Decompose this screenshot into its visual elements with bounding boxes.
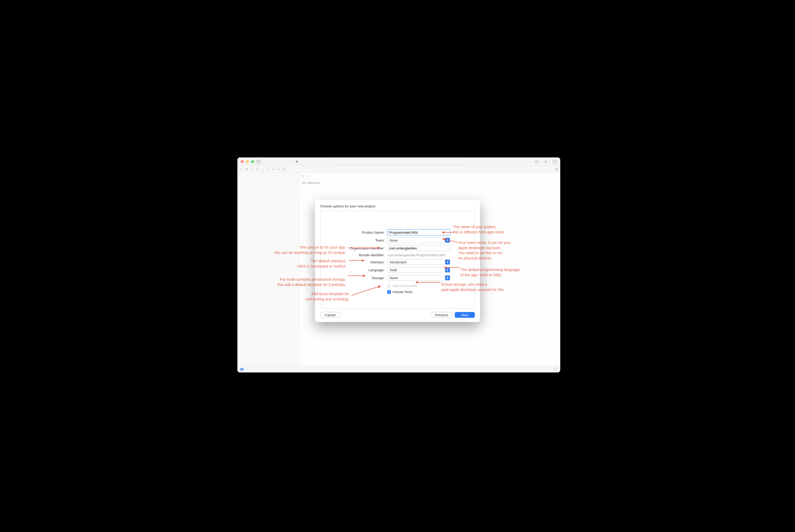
stepper-arrows-icon	[445, 260, 450, 264]
zoom-window-icon[interactable]	[251, 160, 254, 163]
storage-popup[interactable]: None	[387, 275, 450, 281]
related-items-icon[interactable]: ⊟	[302, 174, 304, 178]
cancel-button[interactable]: Cancel	[320, 312, 340, 318]
sheet-title: Choose options for your new project:	[320, 204, 475, 208]
run-button-icon[interactable]	[295, 159, 299, 164]
window-titlebar	[238, 157, 560, 166]
previous-button[interactable]: Previous	[431, 312, 452, 318]
anno-team: Your team name, it can be your apple dev…	[458, 240, 511, 261]
filter-bar	[238, 366, 560, 373]
nav-back-icon[interactable]: ‹	[306, 174, 307, 178]
anno-org-id: The unique ID for your app, this can be …	[249, 245, 346, 255]
host-cloudkit-label: Host in CloudKit	[393, 284, 417, 288]
team-label: Team:	[327, 239, 385, 242]
anno-storage: For more complex persistance storage, th…	[253, 277, 346, 287]
add-tab-icon[interactable]	[544, 159, 548, 164]
bookmark-icon[interactable]: ◻	[251, 167, 254, 171]
source-control-icon[interactable]: ⊞	[245, 167, 248, 171]
storage-value: None	[390, 276, 398, 280]
team-value: None	[390, 239, 398, 242]
no-selection-label: No Selection	[299, 179, 560, 186]
org-id-field[interactable]	[387, 245, 450, 251]
anno-tests: Add basic template for unit-testing and …	[299, 291, 349, 302]
cloud-status-icon	[534, 159, 539, 164]
nav-forward-icon[interactable]: ›	[309, 174, 310, 178]
anno-cloudkit: iCloud storage, you need a paid apple de…	[441, 282, 505, 292]
folder-icon[interactable]: ▢	[240, 167, 243, 171]
stepper-arrows-icon	[445, 268, 450, 272]
inspector-toggle-icon[interactable]: ▥	[555, 167, 558, 171]
include-tests-label: Include Tests	[393, 290, 413, 294]
issues-icon[interactable]: △	[262, 167, 264, 171]
team-popup[interactable]: None	[387, 238, 450, 243]
debug-icon[interactable]: ⎋	[272, 167, 274, 171]
close-window-icon[interactable]	[241, 160, 244, 163]
host-cloudkit-checkbox	[387, 284, 391, 288]
svg-marker-2	[296, 160, 299, 163]
activity-viewer[interactable]	[336, 159, 462, 165]
svg-rect-6	[554, 368, 557, 370]
interface-value: Storyboard	[390, 260, 406, 264]
jump-bar[interactable]: ⊟ ‹ ›	[299, 173, 560, 179]
svg-rect-0	[257, 160, 261, 163]
language-value: Swift	[390, 268, 397, 272]
product-name-field[interactable]	[387, 229, 450, 235]
stepper-arrows-icon	[445, 238, 450, 243]
filter-icon[interactable]	[240, 368, 244, 370]
search-icon[interactable]: ⚲	[256, 167, 259, 171]
next-button[interactable]: Next	[455, 312, 475, 318]
library-icon[interactable]	[552, 159, 557, 164]
sidebar-toggle-icon[interactable]	[256, 159, 261, 164]
breakpoints-icon[interactable]: ▭	[277, 167, 280, 171]
project-navigator[interactable]	[238, 173, 299, 366]
svg-rect-5	[553, 160, 556, 163]
language-popup[interactable]: Swift	[387, 267, 450, 273]
bundle-id-value: com.entangleddev.ProgrammaticUIKit	[387, 253, 450, 257]
anno-interface: The default interface, UIKit is Soryboar…	[278, 259, 346, 269]
minimize-window-icon[interactable]	[246, 160, 249, 163]
reports-icon[interactable]: ☰	[283, 167, 286, 171]
interface-popup[interactable]: Storyboard	[387, 259, 450, 265]
stepper-arrows-icon	[445, 276, 450, 280]
product-name-label: Product Name:	[327, 230, 385, 234]
tests-icon[interactable]: ◇	[267, 167, 269, 171]
traffic-lights[interactable]	[241, 160, 254, 163]
outline-icon[interactable]	[553, 367, 557, 372]
include-tests-checkbox[interactable]: ✓	[387, 290, 391, 294]
navigator-toolbar: ▢ ⊞ ◻ ⚲ △ ◇ ⎋ ▭ ☰ ▥	[238, 166, 560, 173]
anno-language: The default programming language of the …	[460, 267, 520, 278]
anno-product-name: The name of your project, this is differ…	[453, 225, 505, 235]
